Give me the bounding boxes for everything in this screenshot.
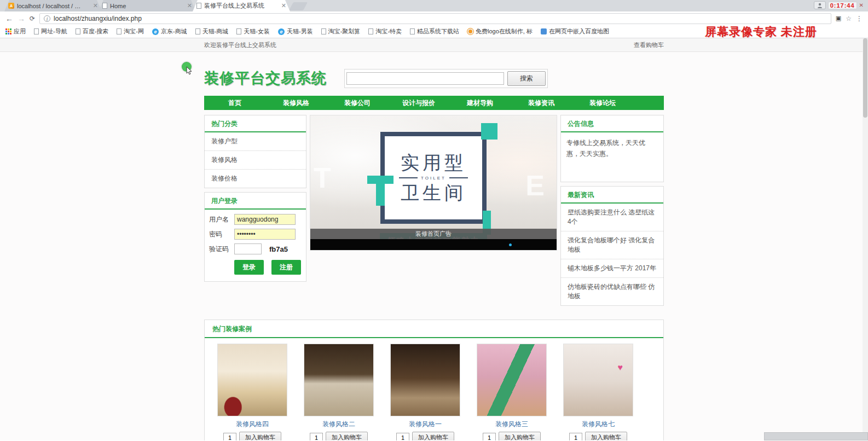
login-button[interactable]: 登录 bbox=[234, 260, 264, 275]
page-icon bbox=[368, 28, 373, 34]
quantity-input[interactable] bbox=[223, 433, 236, 441]
search-input[interactable] bbox=[346, 72, 504, 85]
bookmark-item[interactable]: 精品系统下载站 bbox=[410, 27, 459, 36]
category-link[interactable]: 装修价格 bbox=[205, 170, 306, 188]
case-image[interactable] bbox=[304, 344, 374, 416]
recorder-watermark: 屏幕录像专家 未注册 bbox=[705, 24, 817, 39]
ie-icon: e bbox=[278, 28, 285, 35]
nav-home[interactable]: 首页 bbox=[204, 98, 265, 108]
bookmark-item[interactable]: e天猫-男装 bbox=[278, 27, 313, 36]
recorder-close-icon[interactable]: ✕ bbox=[859, 2, 864, 8]
page-icon bbox=[236, 28, 241, 34]
info-icon[interactable]: i bbox=[44, 15, 50, 22]
case-image[interactable] bbox=[563, 344, 633, 416]
news-link[interactable]: 仿地板瓷砖的优缺点有哪些 仿地板 bbox=[561, 278, 663, 305]
tab-home[interactable]: Home ✕ bbox=[99, 0, 196, 11]
bookmark-item[interactable]: 在网页中嵌入百度地图 bbox=[541, 27, 609, 36]
new-tab-button[interactable] bbox=[289, 2, 308, 10]
carousel-dot[interactable] bbox=[509, 243, 512, 246]
case-name-link[interactable]: 装修风格四 bbox=[236, 420, 269, 429]
quantity-input[interactable] bbox=[310, 433, 323, 441]
address-bar[interactable]: i localhost/zhuangxiu/index.php bbox=[39, 13, 831, 24]
username-label: 用户名 bbox=[209, 215, 234, 224]
nav-companies[interactable]: 装修公司 bbox=[327, 98, 388, 108]
teal-t-block bbox=[367, 176, 394, 184]
tab-zhuangxiu-active[interactable]: 装修平台线上交易系统 ✕ bbox=[193, 0, 290, 11]
tab-close-icon[interactable]: ✕ bbox=[93, 3, 98, 9]
category-link[interactable]: 装修风格 bbox=[205, 151, 306, 170]
home-banner-carousel[interactable]: T L E 实用型 TOILET 卫生间 bbox=[310, 115, 557, 251]
bookmark-item[interactable]: 天猫-商城 bbox=[195, 27, 229, 36]
welcome-bar: 欢迎装修平台线上交易系统 查看购物车 bbox=[0, 38, 868, 52]
bookmark-item[interactable]: e京东-商城 bbox=[152, 27, 187, 36]
case-image[interactable] bbox=[390, 344, 460, 416]
extension-icon[interactable]: ▣ bbox=[836, 15, 841, 22]
teal-corner-square bbox=[481, 123, 497, 140]
case-card: 装修风格七 加入购物车 bbox=[555, 344, 641, 440]
tab-close-icon[interactable]: ✕ bbox=[187, 3, 192, 9]
reload-icon[interactable]: ⟳ bbox=[30, 15, 35, 22]
page-icon bbox=[196, 3, 201, 9]
hot-categories-box: 热门分类 装修户型 装修风格 装修价格 bbox=[204, 115, 306, 188]
bookmark-item[interactable]: 淘宝-聚划算 bbox=[321, 27, 361, 36]
view-cart-link[interactable]: 查看购物车 bbox=[634, 41, 664, 49]
nav-materials[interactable]: 建材导购 bbox=[449, 98, 511, 108]
add-to-cart-button[interactable]: 加入购物车 bbox=[239, 432, 281, 440]
profile-icon[interactable] bbox=[814, 1, 826, 9]
page-icon bbox=[34, 28, 39, 34]
captcha-field[interactable] bbox=[234, 243, 262, 254]
page-icon bbox=[117, 28, 121, 34]
bookmark-item[interactable]: 淘宝-特卖 bbox=[368, 27, 402, 36]
tab-title: localhost / localhost / … bbox=[17, 3, 90, 9]
bookmark-item[interactable]: 天猫-女装 bbox=[236, 27, 270, 36]
case-card: 装修风格二 加入购物车 bbox=[296, 344, 382, 440]
quantity-input[interactable] bbox=[569, 433, 582, 441]
password-field[interactable] bbox=[234, 229, 296, 240]
url-text[interactable]: localhost/zhuangxiu/index.php bbox=[54, 15, 142, 22]
carousel-strip bbox=[310, 239, 557, 250]
add-to-cart-button[interactable]: 加入购物车 bbox=[412, 432, 454, 440]
poster-line1: 实用型 bbox=[401, 152, 466, 173]
nav-quotes[interactable]: 设计与报价 bbox=[388, 98, 449, 108]
case-name-link[interactable]: 装修风格三 bbox=[495, 420, 528, 429]
page-scrollbar[interactable] bbox=[863, 38, 868, 440]
notice-content: 专修线上交易系统，天天优惠，天天实惠。 bbox=[561, 132, 663, 165]
tab-phpmyadmin[interactable]: A localhost / localhost / … ✕ bbox=[4, 0, 102, 11]
menu-dots-icon[interactable]: ⋮ bbox=[856, 15, 863, 22]
case-name-link[interactable]: 装修风格二 bbox=[322, 420, 355, 429]
bookmark-star-icon[interactable]: ☆ bbox=[846, 15, 852, 22]
news-link[interactable]: 铺木地板多少钱一平方 2017年 bbox=[561, 259, 663, 278]
quantity-input[interactable] bbox=[396, 433, 409, 441]
nav-news[interactable]: 装修资讯 bbox=[511, 98, 572, 108]
quantity-input[interactable] bbox=[483, 433, 496, 441]
add-to-cart-button[interactable]: 加入购物车 bbox=[326, 432, 368, 440]
back-icon[interactable]: ← bbox=[5, 15, 13, 22]
add-to-cart-button[interactable]: 加入购物车 bbox=[585, 432, 627, 440]
bookmark-item[interactable]: 网址-导航 bbox=[34, 27, 67, 36]
case-image[interactable] bbox=[217, 344, 287, 416]
search-button[interactable]: 搜索 bbox=[507, 71, 546, 86]
bookmark-item[interactable]: 淘宝-网 bbox=[117, 27, 144, 36]
case-name-link[interactable]: 装修风格七 bbox=[582, 420, 615, 429]
news-box: 最新资讯 壁纸选购要注意什么 选壁纸这4个 强化复合地板哪个好 强化复合地板 铺… bbox=[560, 186, 664, 306]
nav-styles[interactable]: 装修风格 bbox=[265, 98, 327, 108]
bookmark-item[interactable]: 免费logo在线制作, 标 bbox=[467, 27, 533, 36]
nav-forum[interactable]: 装修论坛 bbox=[572, 98, 633, 108]
news-link[interactable]: 壁纸选购要注意什么 选壁纸这4个 bbox=[561, 204, 663, 231]
add-to-cart-button[interactable]: 加入购物车 bbox=[499, 432, 541, 440]
forward-icon[interactable]: → bbox=[18, 15, 25, 22]
notice-title: 公告信息 bbox=[561, 115, 663, 132]
news-link[interactable]: 强化复合地板哪个好 强化复合地板 bbox=[561, 231, 663, 259]
site-title: 装修平台交易系统 bbox=[204, 68, 327, 88]
page-icon bbox=[76, 28, 80, 34]
scrollbar-thumb[interactable] bbox=[863, 38, 867, 118]
username-field[interactable] bbox=[234, 214, 296, 225]
bookmark-item[interactable]: 百度-搜索 bbox=[76, 27, 109, 36]
case-image[interactable] bbox=[477, 344, 547, 416]
register-button[interactable]: 注册 bbox=[271, 260, 301, 275]
bookmark-apps[interactable]: 应用 bbox=[5, 27, 26, 36]
tab-close-icon[interactable]: ✕ bbox=[281, 3, 286, 9]
category-link[interactable]: 装修户型 bbox=[205, 132, 306, 151]
recorder-overlay: 0:17:44 ✕ bbox=[814, 1, 864, 9]
case-name-link[interactable]: 装修风格一 bbox=[409, 420, 442, 429]
